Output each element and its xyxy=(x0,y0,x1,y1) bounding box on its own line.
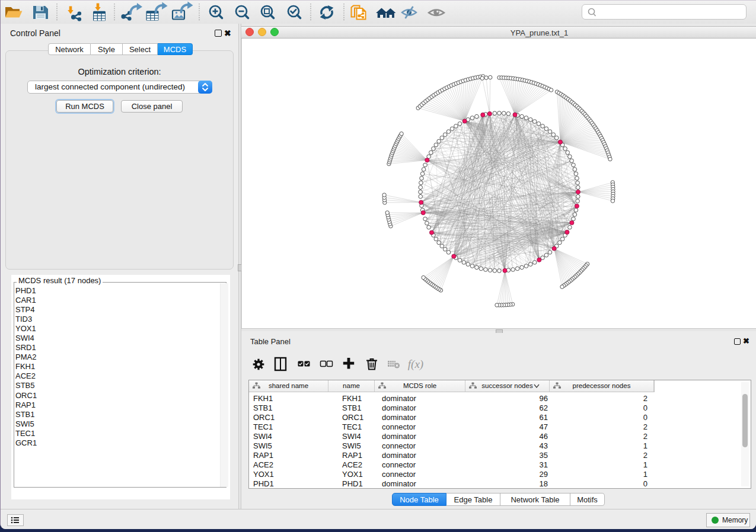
svg-text:f(x): f(x) xyxy=(408,358,423,371)
